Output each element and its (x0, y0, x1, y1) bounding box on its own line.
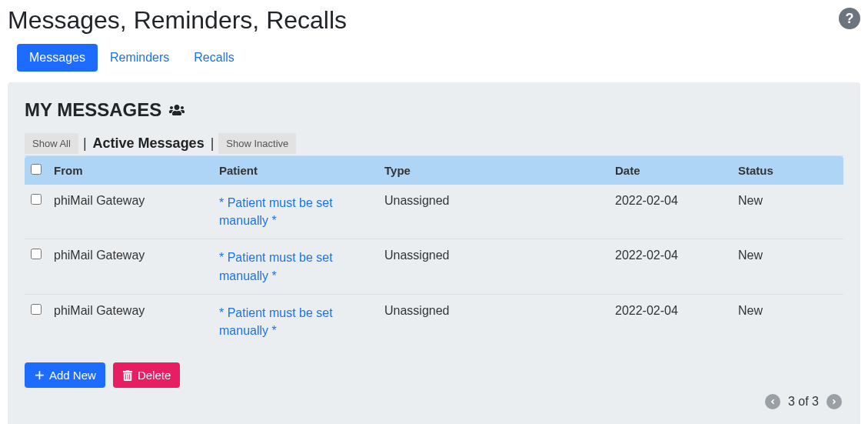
cell-type: Unassigned (378, 239, 609, 294)
section-header: MY MESSAGES (25, 99, 843, 121)
header-from[interactable]: From (48, 156, 213, 185)
messages-table: From Patient Type Date Status phiMail Ga… (25, 155, 843, 349)
help-icon[interactable]: ? (839, 8, 860, 29)
cell-from: phiMail Gateway (48, 294, 213, 349)
header-type[interactable]: Type (378, 156, 609, 185)
header-checkbox-cell (25, 156, 48, 185)
people-icon[interactable] (169, 103, 185, 117)
cell-status: New (732, 239, 843, 294)
filter-show-all[interactable]: Show All (25, 133, 78, 154)
page-next-button[interactable] (826, 394, 842, 409)
tab-messages[interactable]: Messages (17, 44, 98, 72)
cell-status: New (732, 185, 843, 239)
table-row: phiMail Gateway * Patient must be set ma… (25, 185, 843, 239)
plus-icon (34, 370, 45, 381)
cell-from: phiMail Gateway (48, 185, 213, 239)
separator: | (81, 135, 88, 152)
header-status[interactable]: Status (732, 156, 843, 185)
filter-show-inactive[interactable]: Show Inactive (218, 133, 296, 154)
cell-date: 2022-02-04 (609, 185, 732, 239)
add-new-label: Add New (49, 369, 96, 382)
cell-date: 2022-02-04 (609, 239, 732, 294)
messages-panel: MY MESSAGES Show All | Active Messages |… (8, 82, 860, 424)
table-row: phiMail Gateway * Patient must be set ma… (25, 239, 843, 294)
patient-link[interactable]: * Patient must be set manually * (219, 194, 350, 229)
add-new-button[interactable]: Add New (25, 362, 105, 388)
trash-icon (122, 370, 133, 381)
row-checkbox[interactable] (31, 249, 42, 259)
cell-from: phiMail Gateway (48, 239, 213, 294)
header-patient[interactable]: Patient (213, 156, 378, 185)
filter-row: Show All | Active Messages | Show Inacti… (25, 133, 843, 154)
page-title: Messages, Reminders, Recalls (8, 6, 347, 35)
chevron-right-icon (831, 398, 837, 406)
cell-status: New (732, 294, 843, 349)
row-checkbox[interactable] (31, 304, 42, 315)
cell-date: 2022-02-04 (609, 294, 732, 349)
select-all-checkbox[interactable] (31, 164, 42, 175)
chevron-left-icon (770, 398, 776, 406)
delete-label: Delete (138, 369, 171, 382)
table-row: phiMail Gateway * Patient must be set ma… (25, 294, 843, 349)
section-title: MY MESSAGES (25, 99, 161, 121)
header-date[interactable]: Date (609, 156, 732, 185)
tab-reminders[interactable]: Reminders (98, 44, 181, 72)
page-prev-button[interactable] (765, 394, 780, 409)
pagination: 3 of 3 (25, 394, 843, 409)
tabs-nav: Messages Reminders Recalls (0, 44, 868, 72)
cell-type: Unassigned (378, 185, 609, 239)
patient-link[interactable]: * Patient must be set manually * (219, 249, 350, 284)
filter-active-label: Active Messages (91, 135, 206, 152)
separator: | (209, 135, 216, 152)
row-checkbox[interactable] (31, 194, 42, 205)
tab-recalls[interactable]: Recalls (181, 44, 246, 72)
delete-button[interactable]: Delete (113, 362, 180, 388)
patient-link[interactable]: * Patient must be set manually * (219, 304, 350, 339)
page-info: 3 of 3 (788, 395, 819, 409)
cell-type: Unassigned (378, 294, 609, 349)
actions-row: Add New Delete (25, 362, 843, 388)
